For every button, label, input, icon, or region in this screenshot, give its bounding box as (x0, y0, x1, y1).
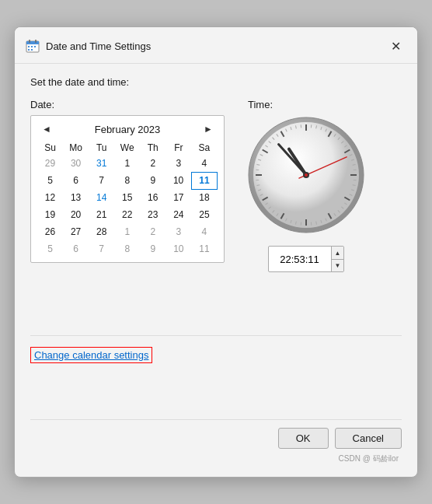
action-row: OK Cancel (30, 419, 402, 453)
calendar-day-cell[interactable]: 9 (140, 172, 165, 189)
calendar-day-cell[interactable]: 27 (63, 223, 89, 240)
calendar-day-cell[interactable]: 11 (191, 240, 217, 257)
weekday-tu: Tu (89, 141, 114, 155)
calendar-day-cell[interactable]: 1 (114, 223, 140, 240)
set-label: Set the date and time: (30, 76, 402, 88)
svg-rect-6 (34, 46, 36, 47)
title-bar: Date and Time Settings ✕ (15, 27, 417, 64)
calendar-day-cell[interactable]: 14 (89, 189, 114, 206)
calendar-day-cell[interactable]: 23 (140, 206, 165, 223)
calendar-week-row: 2627281234 (37, 223, 218, 240)
date-label: Date: (30, 99, 225, 110)
calendar-body: 2930311234567891011121314151617181920212… (37, 155, 218, 257)
calendar-day-cell[interactable]: 17 (165, 189, 191, 206)
calendar-day-cell[interactable]: 6 (63, 240, 89, 257)
calendar-header: ◄ February 2023 ► (37, 121, 218, 138)
calendar-grid: Su Mo Tu We Th Fr Sa 2930311234567891011… (37, 141, 218, 257)
calendar-day-cell[interactable]: 24 (165, 206, 191, 223)
weekday-header-row: Su Mo Tu We Th Fr Sa (37, 141, 218, 155)
change-calendar-settings-link[interactable]: Change calendar settings (30, 347, 152, 363)
time-down-button[interactable]: ▼ (332, 259, 344, 271)
calendar-week-row: 19202122232425 (37, 206, 218, 223)
calendar-week-row: 12131415161718 (37, 189, 218, 206)
time-input[interactable] (269, 251, 331, 268)
calendar-day-cell[interactable]: 7 (89, 240, 114, 257)
calendar-day-cell[interactable]: 31 (89, 155, 114, 172)
clock-face (248, 117, 364, 233)
close-button[interactable]: ✕ (385, 35, 406, 57)
calendar-day-cell[interactable]: 10 (165, 240, 191, 257)
calendar-day-cell[interactable]: 15 (114, 189, 140, 206)
calendar-day-cell[interactable]: 5 (37, 240, 63, 257)
calendar-day-cell[interactable]: 2 (140, 223, 165, 240)
dialog-content: Set the date and time: Date: ◄ February … (15, 64, 417, 477)
ok-button[interactable]: OK (278, 428, 329, 449)
calendar-day-cell[interactable]: 10 (165, 172, 191, 189)
calendar-day-cell[interactable]: 28 (89, 223, 114, 240)
calendar-day-cell[interactable]: 26 (37, 223, 63, 240)
calendar-day-cell[interactable]: 8 (114, 172, 140, 189)
calendar-day-cell[interactable]: 25 (191, 206, 217, 223)
calendar-day-cell[interactable]: 8 (114, 240, 140, 257)
calendar-day-cell[interactable]: 16 (140, 189, 165, 206)
calendar-day-cell[interactable]: 3 (165, 223, 191, 240)
calendar-day-cell[interactable]: 12 (37, 189, 63, 206)
weekday-th: Th (140, 141, 165, 155)
calendar-day-cell[interactable]: 5 (37, 172, 63, 189)
dialog: Date and Time Settings ✕ Set the date an… (14, 26, 418, 478)
dialog-title: Date and Time Settings (46, 40, 385, 52)
calendar-day-cell[interactable]: 13 (63, 189, 89, 206)
calendar-day-cell[interactable]: 4 (191, 155, 217, 172)
weekday-we: We (114, 141, 140, 155)
weekday-fr: Fr (165, 141, 191, 155)
calendar-day-cell[interactable]: 22 (114, 206, 140, 223)
calendar-week-row: 2930311234 (37, 155, 218, 172)
calendar-day-cell[interactable]: 19 (37, 206, 63, 223)
time-label: Time: (248, 99, 273, 110)
calendar-day-cell[interactable]: 7 (89, 172, 114, 189)
main-row: Date: ◄ February 2023 ► Su Mo Tu (30, 99, 402, 323)
calendar: ◄ February 2023 ► Su Mo Tu We Th (30, 115, 225, 263)
svg-rect-4 (28, 46, 30, 47)
divider (30, 335, 402, 336)
month-year-label: February 2023 (95, 124, 161, 135)
calendar-day-cell[interactable]: 18 (191, 189, 217, 206)
calendar-day-cell[interactable]: 11 (191, 172, 217, 189)
calendar-day-cell[interactable]: 4 (191, 223, 217, 240)
weekday-sa: Sa (191, 141, 217, 155)
svg-rect-1 (26, 41, 39, 44)
svg-rect-5 (31, 46, 33, 47)
calendar-day-cell[interactable]: 2 (140, 155, 165, 172)
calendar-day-cell[interactable]: 1 (114, 155, 140, 172)
svg-rect-7 (28, 49, 30, 51)
calendar-week-row: 567891011 (37, 172, 218, 189)
calendar-day-cell[interactable]: 20 (63, 206, 89, 223)
calendar-day-cell[interactable]: 9 (140, 240, 165, 257)
calendar-week-row: 567891011 (37, 240, 218, 257)
calendar-day-cell[interactable]: 21 (89, 206, 114, 223)
calendar-day-cell[interactable]: 6 (63, 172, 89, 189)
time-section: Time: (248, 99, 364, 272)
calendar-day-cell[interactable]: 3 (165, 155, 191, 172)
calendar-day-cell[interactable]: 29 (37, 155, 63, 172)
weekday-su: Su (37, 141, 63, 155)
svg-point-75 (305, 173, 308, 177)
time-spinner: ▲ ▼ (331, 247, 344, 271)
svg-rect-8 (31, 49, 33, 51)
change-link-row: Change calendar settings (30, 344, 402, 369)
watermark: CSDN @ 码龄ilor (30, 453, 402, 464)
next-month-button[interactable]: ► (199, 122, 218, 136)
cancel-button[interactable]: Cancel (335, 428, 402, 449)
date-section: Date: ◄ February 2023 ► Su Mo Tu (30, 99, 225, 263)
calendar-clock-icon (26, 39, 40, 53)
time-up-button[interactable]: ▲ (332, 247, 344, 259)
weekday-mo: Mo (63, 141, 89, 155)
prev-month-button[interactable]: ◄ (37, 122, 56, 136)
time-input-row: ▲ ▼ (268, 246, 345, 272)
calendar-day-cell[interactable]: 30 (63, 155, 89, 172)
